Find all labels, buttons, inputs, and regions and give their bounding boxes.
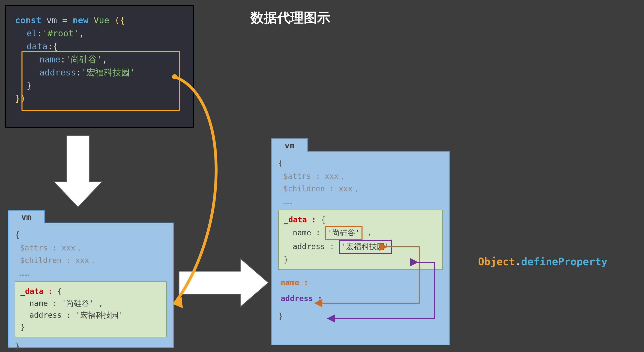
vm-left-ellipsis: …… <box>15 267 167 280</box>
code-data-key: data <box>27 41 48 51</box>
vm-right-name-key: name : <box>293 228 320 237</box>
vm-right-attrs: $attrs : xxx， <box>278 170 443 183</box>
vm-right-data-open: { <box>316 215 325 224</box>
code-rparen: }) <box>15 93 26 104</box>
code-block: const vm = new Vue ({ el:'#root', data:{… <box>5 5 194 128</box>
vm-left-data-open: { <box>53 287 62 296</box>
vm-right-name-comma: , <box>363 228 372 237</box>
vm-right-proxy-address: address : <box>281 294 322 303</box>
code-address-val: '宏福科技园' <box>81 67 135 78</box>
vm-left-brace-open: { <box>15 228 167 241</box>
diagram-title: 数据代理图示 <box>251 9 330 27</box>
vm-right-brace-close: } <box>278 309 443 323</box>
vm-left-address-line: address : '宏福科技园' <box>20 309 161 321</box>
vm-right-name-val: '尚硅谷' <box>325 226 362 240</box>
code-address-key: address <box>39 67 76 78</box>
code-data-open: :{ <box>48 41 58 51</box>
arrow-vm-left-to-vm-right <box>179 258 268 307</box>
vm-left-brace-close: } <box>15 339 167 352</box>
vm-right-address-key: address : <box>293 242 334 251</box>
vm-left-children: $children : xxx， <box>15 254 167 267</box>
code-el-val: '#root' <box>42 28 79 38</box>
code-name-key: name <box>39 54 60 64</box>
object-define-property-label: Object.defineProperty <box>478 256 607 268</box>
code-name-val: '尚硅谷' <box>65 54 102 64</box>
vm-right-box: vm { $attrs : xxx， $children : xxx， …… _… <box>271 151 450 345</box>
obj-text: Object <box>478 256 515 268</box>
code-vue-cls: Vue <box>94 15 109 25</box>
vm-left-attrs: $attrs : xxx， <box>15 241 167 254</box>
vm-right-brace-open: { <box>278 156 443 170</box>
vm-right-tab: vm <box>271 138 308 152</box>
vm-left-tab: vm <box>8 210 45 223</box>
arrow-code-to-vm-left <box>54 136 102 207</box>
vm-right-address-val: '宏福科技园' <box>339 240 392 254</box>
kw-new: new <box>73 15 88 25</box>
vm-right-ellipsis: …… <box>278 195 443 208</box>
obj-dot: . <box>515 256 521 268</box>
vm-right-data-close: } <box>284 254 437 266</box>
kw-const: const <box>15 15 41 25</box>
svg-marker-0 <box>174 297 183 308</box>
code-comma: , <box>79 28 84 38</box>
code-eq: = <box>62 15 67 25</box>
code-comma2: , <box>102 54 107 64</box>
vm-right-children: $children : xxx， <box>278 182 443 195</box>
vm-left-box: vm { $attrs : xxx， $children : xxx， …… _… <box>8 223 174 348</box>
vm-right-data-panel: _data : { name : '尚硅谷' , address : '宏福科技… <box>278 210 443 270</box>
obj-method: defineProperty <box>521 256 607 268</box>
code-el-key: el <box>27 28 37 38</box>
code-vm-var: vm <box>47 15 57 25</box>
code-lparen: ({ <box>115 15 125 25</box>
code-data-close: } <box>27 80 32 91</box>
vm-right-data-label: _data : <box>284 215 316 224</box>
vm-left-name-line: name : '尚硅谷' , <box>20 298 161 310</box>
vm-right-proxy-name: name : <box>281 278 308 287</box>
vm-left-data-label: _data : <box>20 287 53 296</box>
vm-left-data-close: } <box>20 321 161 333</box>
vm-left-data-panel: _data : { name : '尚硅谷' , address : '宏福科技… <box>15 281 167 337</box>
